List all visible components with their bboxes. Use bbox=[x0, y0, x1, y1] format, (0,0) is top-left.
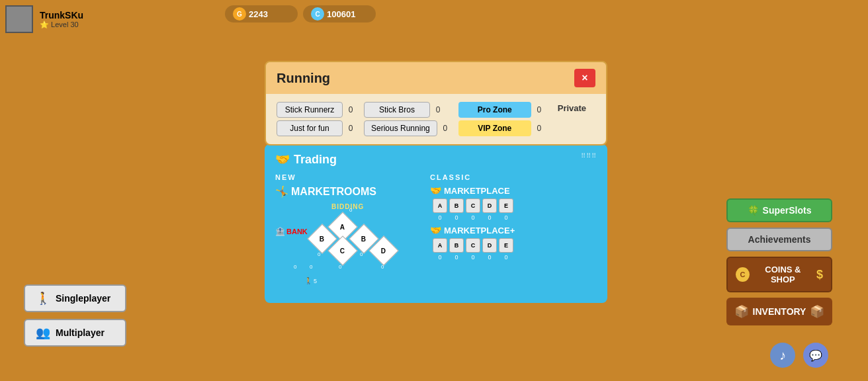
marketplace-plus-slots: A B C D E bbox=[433, 238, 597, 253]
slot-c[interactable]: C bbox=[466, 198, 480, 213]
room-row-2: Just for fun 0 bbox=[277, 120, 356, 136]
player-count: 🚶 5 bbox=[304, 277, 317, 284]
multiplayer-icon: 👥 bbox=[36, 325, 50, 340]
just-for-fun-button[interactable]: Just for fun bbox=[277, 120, 343, 136]
coin-icon: C bbox=[736, 267, 750, 282]
marketplace-plus-icon: 🤝 bbox=[430, 225, 441, 235]
marketplace-row: 🤝 MARKETPLACE bbox=[430, 185, 597, 196]
close-button[interactable]: × bbox=[574, 69, 595, 87]
running-dialog: Running × Stick Runnerz 0 Just for fun 0… bbox=[265, 61, 607, 146]
slot-b[interactable]: B bbox=[449, 198, 464, 213]
marketplace-plus-row: 🤝 MARKETPLACE+ bbox=[430, 225, 597, 235]
superslots-icon: 🍀 bbox=[748, 205, 759, 216]
serious-running-button[interactable]: Serious Running bbox=[364, 120, 437, 136]
classic-section: CLASSIC 🤝 MARKETPLACE A B C D E 0 0 0 bbox=[430, 173, 597, 276]
trading-area: 🤝 Trading ⠿⠿⠿ NEW 🤸 MARKETROOMS BIDDING … bbox=[265, 144, 607, 303]
slot-plus-e[interactable]: E bbox=[499, 238, 513, 253]
inventory-button[interactable]: 📦 INVENTORY 📦 bbox=[726, 298, 832, 325]
blue-icon: C bbox=[311, 7, 324, 21]
discord-icon: 💬 bbox=[809, 349, 822, 362]
trading-content: NEW 🤸 MARKETROOMS BIDDING 0 A 0 bbox=[275, 173, 597, 276]
running-title: Running bbox=[277, 71, 330, 86]
slot-plus-d[interactable]: D bbox=[482, 238, 497, 253]
right-panel: 🍀 SuperSlots Achievements C COINS & SHOP… bbox=[726, 198, 832, 325]
coins-shop-button[interactable]: C COINS & SHOP $ bbox=[726, 257, 832, 292]
singleplayer-icon: 🚶 bbox=[36, 291, 50, 306]
gold-value: 2243 bbox=[249, 9, 268, 19]
marketplace-plus-counts: 0 0 0 0 0 bbox=[433, 254, 597, 261]
modal-overlay: Running × Stick Runnerz 0 Just for fun 0… bbox=[265, 61, 607, 303]
stick-runnerz-button[interactable]: Stick Runnerz bbox=[277, 102, 343, 118]
gold-icon: G bbox=[233, 7, 246, 21]
private-section: Private bbox=[552, 102, 586, 114]
bottom-icons: ♪ 💬 bbox=[770, 343, 828, 368]
vip-zone-row: VIP Zone 0 bbox=[458, 120, 544, 136]
currency-bar: G 2243 C 100601 bbox=[225, 5, 376, 22]
achievements-button[interactable]: Achievements bbox=[726, 228, 832, 251]
room-row-3: Stick Bros 0 bbox=[364, 102, 451, 118]
user-info: TrunkSKu ⭐ Level 30 bbox=[40, 10, 83, 29]
marketplace-icon: 🤝 bbox=[430, 185, 441, 196]
user-level: ⭐ Level 30 bbox=[40, 21, 83, 29]
music-button[interactable]: ♪ bbox=[770, 343, 795, 368]
username: TrunkSKu bbox=[40, 10, 83, 21]
marketrooms-icon: 🤸 bbox=[275, 185, 288, 198]
zone-col: Pro Zone 0 VIP Zone 0 bbox=[458, 102, 544, 136]
trading-title: Trading bbox=[294, 153, 337, 167]
marketplace-counts: 0 0 0 0 0 bbox=[433, 214, 597, 221]
classic-label: CLASSIC bbox=[430, 173, 597, 181]
stick-bros-button[interactable]: Stick Bros bbox=[364, 102, 430, 118]
side-buttons: 🚶 Singleplayer 👥 Multiplayer bbox=[24, 284, 126, 347]
pro-zone-row: Pro Zone 0 bbox=[458, 102, 544, 118]
discord-button[interactable]: 💬 bbox=[803, 343, 828, 368]
marketplace-slots: A B C D E bbox=[433, 198, 597, 213]
slot-plus-a[interactable]: A bbox=[433, 238, 447, 253]
top-bar: TrunkSKu ⭐ Level 30 bbox=[5, 5, 83, 33]
running-header: Running × bbox=[266, 62, 606, 94]
marketrooms-title: 🤸 MARKETROOMS bbox=[275, 185, 414, 198]
slot-plus-b[interactable]: B bbox=[449, 238, 464, 253]
gold-currency: G 2243 bbox=[225, 5, 298, 22]
inventory-left-icon: 📦 bbox=[734, 304, 749, 319]
vip-zone-button[interactable]: VIP Zone bbox=[458, 120, 531, 136]
bank-area-label: 🏦 BANK bbox=[275, 227, 308, 236]
superslots-button[interactable]: 🍀 SuperSlots bbox=[726, 198, 832, 222]
blue-currency: C 100601 bbox=[303, 5, 376, 22]
new-section: NEW 🤸 MARKETROOMS BIDDING 0 A 0 bbox=[275, 173, 414, 276]
room-col-1: Stick Runnerz 0 Just for fun 0 bbox=[277, 102, 356, 136]
room-col-2: Stick Bros 0 Serious Running 0 bbox=[364, 102, 451, 136]
marketplace-plus-title: MARKETPLACE+ bbox=[444, 226, 515, 235]
slot-e[interactable]: E bbox=[499, 198, 513, 213]
pro-zone-button[interactable]: Pro Zone bbox=[458, 102, 531, 118]
running-body: Stick Runnerz 0 Just for fun 0 Stick Bro… bbox=[266, 94, 606, 144]
new-diamond-grid: BIDDING 0 A 0 B 0 B bbox=[275, 203, 414, 276]
avatar bbox=[5, 5, 33, 33]
slot-plus-c[interactable]: C bbox=[466, 238, 480, 253]
new-label: NEW bbox=[275, 173, 414, 181]
room-row-1: Stick Runnerz 0 bbox=[277, 102, 356, 118]
inventory-right-icon: 📦 bbox=[810, 304, 824, 319]
trading-header: 🤝 Trading bbox=[275, 152, 597, 167]
room-row-4: Serious Running 0 bbox=[364, 120, 451, 136]
slot-a[interactable]: A bbox=[433, 198, 447, 213]
slot-d[interactable]: D bbox=[482, 198, 497, 213]
dollar-sign: $ bbox=[816, 268, 823, 282]
multiplayer-button[interactable]: 👥 Multiplayer bbox=[24, 319, 126, 347]
grid-icon: ⠿⠿⠿ bbox=[581, 152, 597, 159]
trading-icon: 🤝 bbox=[275, 152, 290, 167]
private-label: Private bbox=[558, 103, 586, 113]
blue-value: 100601 bbox=[327, 9, 355, 19]
singleplayer-button[interactable]: 🚶 Singleplayer bbox=[24, 284, 126, 312]
marketplace-title: MARKETPLACE bbox=[444, 186, 510, 196]
bidding-label: BIDDING bbox=[331, 203, 364, 210]
